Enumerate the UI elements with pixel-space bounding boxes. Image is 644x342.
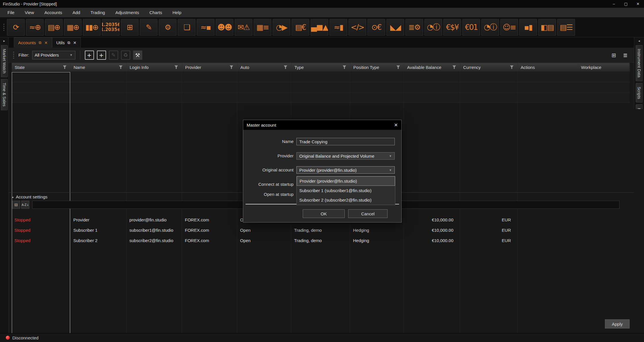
menu-adjustments[interactable]: Adjustments [110, 8, 144, 17]
column-header-auto[interactable]: Auto [237, 63, 292, 72]
column-header-login-info[interactable]: Login Info [127, 63, 182, 72]
filter-funnel-icon[interactable] [453, 65, 456, 69]
table-row[interactable]: StoppedSubscriber 1subscriber1@fin.studi… [12, 82, 630, 92]
tab-utils[interactable]: Utils ⧉ ✕ [52, 37, 81, 48]
dropdown-option[interactable]: Provider (provider@fin.studio) [297, 176, 395, 186]
add-account-button[interactable]: + [85, 51, 94, 60]
group-panel-button[interactable]: ≣ [621, 51, 630, 60]
alerts-icon[interactable]: ✉⚠ [235, 19, 252, 36]
table-row[interactable]: StoppedSubscriber 2subscriber2@fin.studi… [12, 92, 630, 103]
table-row[interactable]: StoppedProviderprovider@fin.studioFOREX.… [12, 72, 630, 82]
tab-float-icon[interactable]: ⧉ [68, 40, 70, 45]
expand-right-panel-icon[interactable]: ◂ [634, 37, 644, 45]
data-search-icon[interactable]: ⊙€ [367, 19, 385, 36]
filter-funnel-icon[interactable] [230, 65, 233, 69]
watchlist-grid-icon[interactable]: ⊞ [121, 19, 139, 36]
panel-tab-scripts[interactable]: Scripts [636, 83, 643, 103]
categorized-view-button[interactable]: ⊟ [12, 201, 20, 209]
apply-button[interactable]: Apply [605, 319, 630, 329]
menu-help[interactable]: Help [167, 8, 187, 17]
volume-analysis-icon[interactable]: ▮▮⊕ [83, 19, 101, 36]
provider-filter-select[interactable]: All Providers ▼ [32, 51, 75, 59]
close-button[interactable]: ✕ [632, 0, 644, 8]
collapse-icon[interactable]: ▴ [12, 195, 14, 198]
column-header-type[interactable]: Type [292, 63, 350, 72]
settings-gear-icon[interactable]: ⚙ [159, 19, 177, 36]
new-chart-icon[interactable]: ≈⊕ [26, 19, 44, 36]
provider-select[interactable]: Original Balance and Projected Volume ▼ [296, 152, 395, 160]
session-timer-icon[interactable]: ◔ⓘ [481, 19, 499, 36]
market-data-binary-icon[interactable]: €01 [462, 19, 480, 36]
tab-close-icon[interactable]: ✕ [73, 40, 76, 45]
column-header-available-balance[interactable]: Available Balance [404, 63, 460, 72]
menu-view[interactable]: View [20, 8, 39, 17]
filter-funnel-icon[interactable] [63, 65, 66, 69]
statement-icon[interactable]: ▤€ [292, 19, 309, 36]
minimize-button[interactable]: – [608, 0, 620, 8]
contacts-connect-icon[interactable]: ☻☻ [216, 19, 233, 36]
maximize-button[interactable]: ▢ [620, 0, 632, 8]
new-workspace-icon[interactable]: ▦⊕ [64, 19, 82, 36]
alphabetical-sort-button[interactable]: A-Z↓ [21, 201, 29, 209]
ok-button[interactable]: OK [303, 209, 345, 218]
report-terminal-icon[interactable]: ▤☰ [557, 19, 575, 36]
column-header-name[interactable]: Name [71, 63, 127, 72]
panel-tab-instrument-data[interactable]: Instrument Data [636, 45, 643, 81]
column-header-actions[interactable]: Actions [518, 63, 578, 72]
filterbar-drag-handle[interactable] [12, 50, 16, 60]
panel-tab-time-sales[interactable]: Time & Sales [1, 79, 8, 110]
timer-info-icon[interactable]: ◔ⓘ [424, 19, 442, 36]
dropdown-option[interactable]: Subscriber 1 (subscriber1@fin.studio) [297, 186, 395, 195]
order-book-icon[interactable]: ◣◢ [386, 19, 404, 36]
tab-float-icon[interactable]: ⧉ [39, 40, 41, 45]
chart-objects-icon[interactable]: ▄■▲ [310, 19, 328, 36]
filter-funnel-icon[interactable] [396, 65, 400, 69]
menu-add[interactable]: Add [67, 8, 85, 17]
toolbar-drag-handle[interactable] [2, 20, 6, 34]
code-editor-icon[interactable]: </> [348, 19, 366, 36]
ai-assistant-icon[interactable]: ☺≡ [500, 19, 518, 36]
column-header-workplace[interactable]: Workplace [578, 63, 630, 72]
filter-funnel-icon[interactable] [510, 65, 513, 69]
tab-accounts[interactable]: Accounts ⧉ ✕ [14, 37, 52, 48]
menu-accounts[interactable]: Accounts [39, 8, 67, 17]
menu-trading[interactable]: Trading [85, 8, 110, 17]
algo-chip-icon[interactable]: ▦≡ [254, 19, 271, 36]
name-input[interactable]: Trade Copying [296, 138, 395, 145]
backtest-icon[interactable]: ◔▶ [273, 19, 290, 36]
filter-funnel-icon[interactable] [175, 65, 178, 69]
dialog-close-icon[interactable]: ✕ [394, 122, 398, 128]
blocks-small-icon[interactable]: ▪▮ [519, 19, 537, 36]
column-header-provider[interactable]: Provider [182, 63, 237, 72]
tasks-gear-icon[interactable]: ≣⚙ [405, 19, 423, 36]
widgets-icon[interactable]: ❏ [178, 19, 195, 36]
dropdown-option[interactable]: Subscriber 2 (subscriber2@fin.studio) [297, 195, 395, 205]
account-tools-button[interactable]: ⚒ [133, 51, 142, 60]
menu-charts[interactable]: Charts [144, 8, 167, 17]
edit-account-button[interactable]: ✎ [109, 51, 118, 60]
filter-funnel-icon[interactable] [284, 65, 287, 69]
column-header-currency[interactable]: Currency [460, 63, 518, 72]
add-group-button[interactable]: + [97, 51, 106, 60]
multi-chart-icon[interactable]: ≈▪ [197, 19, 214, 36]
order-ticket-icon[interactable]: ✎ [140, 19, 158, 36]
delete-account-button[interactable]: ♻ [121, 51, 130, 60]
dialog-title-bar[interactable]: Master account ✕ [243, 120, 401, 130]
menu-file[interactable]: File [2, 8, 20, 17]
tab-close-icon[interactable]: ✕ [44, 40, 48, 45]
layout-blocks-icon[interactable]: ◧▤ [538, 19, 556, 36]
column-header-state[interactable]: State [12, 63, 71, 72]
quote-board-icon[interactable]: 1.203561.2035⊕ [102, 19, 120, 36]
new-panel-icon[interactable]: ▤⊕ [45, 19, 63, 36]
filter-funnel-icon[interactable] [343, 65, 346, 69]
panel-tab-market-watch[interactable]: Market Watch [1, 45, 8, 77]
column-header-position-type[interactable]: Position Type [350, 63, 404, 72]
account-sync-icon[interactable]: ⟳ [7, 19, 25, 36]
filter-funnel-icon[interactable] [119, 65, 122, 69]
cancel-button[interactable]: Cancel [348, 209, 388, 218]
candles-chart-icon[interactable]: ≈▮ [329, 19, 347, 36]
original-account-select[interactable]: Provider (provider@fin.studio) ▼ [296, 166, 395, 174]
expand-left-panel-icon[interactable]: ▸ [0, 37, 8, 45]
column-chooser-button[interactable]: ⊞ [609, 51, 618, 60]
currencies-icon[interactable]: €$¥ [443, 19, 461, 36]
